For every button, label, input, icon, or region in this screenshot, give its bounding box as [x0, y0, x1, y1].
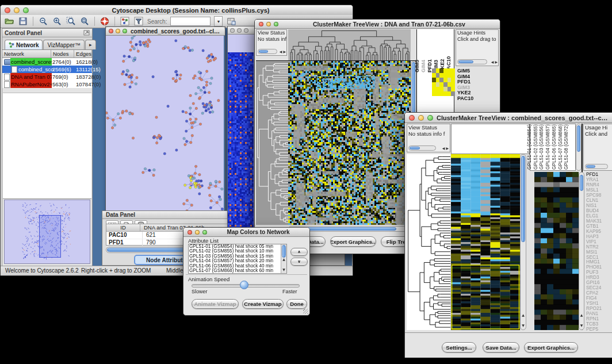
column-labels-vscrollbar[interactable]: [576, 124, 582, 171]
network-tree-row[interactable]: combined_sco2569(6)13112(15): [2, 66, 92, 73]
zoom-in-icon[interactable]: [52, 16, 62, 26]
heatmap-vscrollbar[interactable]: ▲▼: [520, 154, 526, 330]
heatmap-cell[interactable]: [432, 87, 436, 91]
scroll-arrows[interactable]: ◀▶: [442, 146, 449, 151]
close-icon[interactable]: [259, 22, 263, 26]
heatmap-cell[interactable]: [439, 91, 443, 96]
heatmap-cell[interactable]: [451, 68, 455, 73]
zoom-window-icon[interactable]: [427, 115, 433, 121]
help-lifering-icon[interactable]: [100, 16, 110, 26]
scrollbar-thumb[interactable]: [586, 165, 595, 168]
column-header-network[interactable]: Network: [2, 50, 51, 58]
heatmap-cell[interactable]: [447, 78, 452, 82]
move-attribute-down-button[interactable]: ∨: [290, 258, 308, 266]
search-input[interactable]: [170, 17, 211, 26]
network-tree-row[interactable]: DNA and Tran 07769(0)183728(0): [2, 73, 92, 81]
create-vizmap-button[interactable]: Create Vizmap: [242, 299, 284, 309]
heatmap-cell[interactable]: [447, 91, 452, 96]
scroll-right-icon[interactable]: ▶: [283, 49, 286, 54]
heatmap-cell[interactable]: [443, 68, 447, 73]
slider-thumb[interactable]: [240, 281, 248, 289]
export-graphics-button[interactable]: Export Graphics...: [330, 236, 376, 247]
main-title-bar[interactable]: Cytoscape Desktop (Session Name: collins…: [1, 5, 353, 16]
heatmap-cell[interactable]: [451, 87, 455, 91]
heatmap-cell[interactable]: [443, 82, 447, 87]
resize-grip[interactable]: [303, 309, 308, 314]
import-table-icon[interactable]: [226, 16, 236, 26]
column-header-nodes[interactable]: Nodes: [51, 50, 74, 58]
heatmap-cell[interactable]: [432, 78, 436, 82]
zoom-heatmap-canvas[interactable]: [534, 172, 579, 330]
heatmap-cell[interactable]: [451, 91, 455, 96]
heatmap-cell[interactable]: [432, 82, 436, 87]
minimize-icon[interactable]: [195, 230, 200, 235]
minimize-icon[interactable]: [266, 22, 271, 26]
zoom-window-icon[interactable]: [244, 28, 248, 33]
heatmap-cell[interactable]: [436, 87, 440, 91]
view-status-hscrollbar[interactable]: [408, 145, 436, 151]
heatmap-cell[interactable]: [451, 82, 455, 87]
heatmap-cell[interactable]: [447, 68, 452, 73]
close-icon[interactable]: [5, 7, 10, 13]
usage-hints-hscrollbar[interactable]: [457, 59, 487, 64]
heatmap-cell[interactable]: [436, 68, 440, 73]
heatmap-cell[interactable]: [439, 68, 443, 73]
open-folder-icon[interactable]: [4, 16, 14, 26]
attribute-list[interactable]: GPL51-01 (GSM854) heat shock 05 minGPL51…: [188, 244, 287, 274]
heatmap-cell[interactable]: [436, 73, 440, 78]
heatmap-cell[interactable]: [443, 87, 447, 91]
zoom-selected-icon[interactable]: [66, 16, 76, 26]
heatmap-cell[interactable]: [436, 91, 440, 96]
tab-network[interactable]: Network: [5, 40, 43, 49]
heatmap-cell[interactable]: [432, 73, 436, 78]
scrollbar-thumb[interactable]: [458, 60, 473, 63]
heatmap-cell[interactable]: [439, 78, 443, 82]
gene-list-vscrollbar[interactable]: ▲▼: [579, 172, 584, 330]
move-attribute-up-button[interactable]: ∧: [290, 248, 308, 256]
mini-heatmap[interactable]: [432, 68, 455, 96]
save-data-button[interactable]: Save Data...: [483, 342, 519, 352]
row-dendrogram-canvas[interactable]: [256, 61, 288, 225]
network-canvas[interactable]: [106, 36, 224, 212]
scroll-arrows[interactable]: ◀▶: [280, 49, 286, 54]
dialog-title-bar[interactable]: Map Colors to Network: [183, 228, 309, 237]
heatmap-cell[interactable]: [451, 73, 455, 78]
scroll-down-icon[interactable]: ▼: [580, 323, 583, 327]
save-icon[interactable]: [18, 16, 28, 26]
scrollbar-thumb[interactable]: [577, 125, 580, 152]
scroll-right-icon[interactable]: ▶: [446, 146, 449, 151]
zoom-window-icon[interactable]: [274, 22, 278, 26]
tab-overflow-button[interactable]: ▶: [85, 40, 96, 49]
scroll-right-icon[interactable]: ▶: [495, 60, 498, 64]
filter-icon[interactable]: [133, 16, 144, 26]
export-graphics-button[interactable]: Export Graphics...: [524, 342, 578, 352]
zoom-window-icon[interactable]: [123, 29, 127, 33]
scroll-left-icon[interactable]: ◀: [280, 49, 282, 54]
scrollbar-thumb[interactable]: [580, 175, 583, 191]
scroll-arrows[interactable]: ◀▶: [491, 60, 498, 64]
zoom-window-icon[interactable]: [202, 230, 207, 235]
scroll-up-icon[interactable]: ▲: [580, 313, 583, 317]
heatmap-canvas[interactable]: [451, 154, 520, 330]
scrollbar-thumb[interactable]: [410, 147, 420, 150]
scroll-up-icon[interactable]: ▲: [522, 313, 525, 317]
usage-hints-hscrollbar[interactable]: [585, 164, 608, 169]
column-dendrogram-area[interactable]: [451, 124, 530, 154]
heatmap-cell[interactable]: [432, 91, 436, 96]
close-icon[interactable]: [230, 28, 235, 33]
scroll-left-icon[interactable]: ◀: [491, 60, 494, 64]
heatmap-cell[interactable]: [432, 68, 436, 73]
heatmap-canvas[interactable]: [288, 61, 411, 225]
vizmapper-icon[interactable]: [120, 16, 130, 26]
heatmap-cell[interactable]: [439, 73, 443, 78]
search-dropdown-icon[interactable]: ▼: [214, 16, 223, 26]
dense-network-canvas[interactable]: [228, 52, 254, 246]
heatmap-cell[interactable]: [443, 78, 447, 82]
scroll-down-icon[interactable]: ▼: [522, 323, 525, 327]
column-dendrogram-canvas[interactable]: [288, 29, 411, 60]
zoom-fit-icon[interactable]: [79, 16, 90, 26]
minimize-icon[interactable]: [14, 7, 20, 13]
scroll-up-icon[interactable]: ▲: [282, 257, 285, 261]
heatmap-cell[interactable]: [451, 78, 455, 82]
scroll-arrows[interactable]: ▲▼: [521, 308, 526, 329]
